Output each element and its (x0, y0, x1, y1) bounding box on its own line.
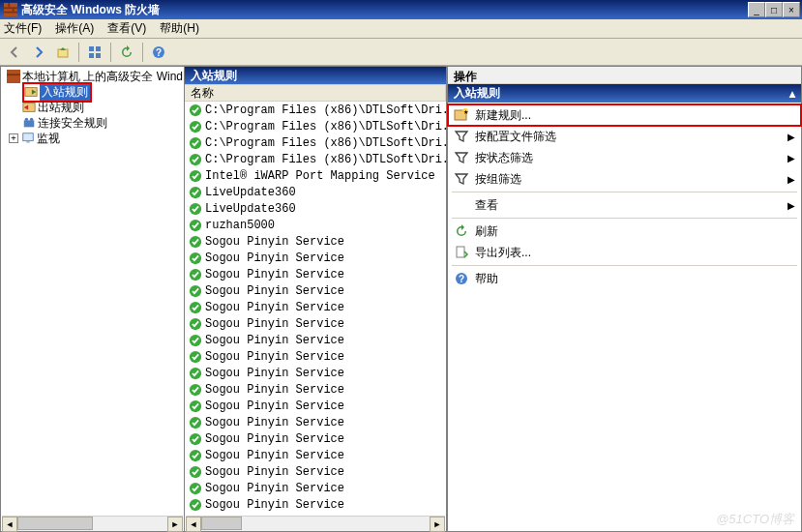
allow-icon (189, 301, 202, 314)
tree-outbound[interactable]: 出站规则 (3, 100, 184, 115)
new-rule-icon: ★ (454, 107, 469, 123)
svg-rect-20 (26, 142, 30, 143)
svg-point-18 (30, 118, 34, 122)
view-button[interactable] (84, 42, 105, 63)
tree-hscroll[interactable]: ◄ ► (2, 516, 183, 531)
scroll-right-button[interactable]: ► (167, 517, 183, 532)
action-filter-group-label: 按组筛选 (475, 171, 521, 188)
rule-row[interactable]: C:\Program Files (x86)\DTLSoft\Dri... (185, 102, 446, 118)
menu-bar: 文件(F) 操作(A) 查看(V) 帮助(H) (0, 19, 802, 39)
rules-header: 入站规则 (185, 67, 446, 84)
rule-row[interactable]: Sogou Pinyin Service (185, 414, 446, 430)
rule-row[interactable]: LiveUpdate360 (185, 200, 446, 217)
close-button[interactable]: × (783, 2, 800, 17)
allow-icon (189, 449, 202, 462)
action-refresh[interactable]: 刷新 (448, 221, 801, 242)
action-help[interactable]: ? 帮助 (448, 268, 801, 289)
rule-row[interactable]: Sogou Pinyin Service (185, 496, 446, 513)
tree-monitor[interactable]: + 监视 (3, 131, 184, 146)
actions-subheader: 入站规则 ▴ (448, 84, 801, 103)
minimize-button[interactable]: _ (748, 2, 765, 17)
svg-rect-8 (89, 53, 94, 58)
scroll-right-button[interactable]: ► (430, 517, 445, 532)
tree-outbound-label: 出站规则 (38, 100, 84, 116)
allow-icon (189, 432, 202, 446)
back-button[interactable] (4, 42, 25, 63)
rules-hscroll[interactable]: ◄ ► (186, 516, 445, 531)
rule-row[interactable]: Sogou Pinyin Service (185, 233, 446, 250)
tree-connsec[interactable]: 连接安全规则 (3, 115, 184, 131)
rule-row[interactable]: C:\Program Files (x86)\DTLSoft\Dri... (185, 151, 446, 167)
allow-icon (189, 284, 202, 298)
action-export[interactable]: 导出列表... (448, 242, 801, 263)
rule-name: Sogou Pinyin Service (205, 251, 344, 265)
collapse-icon[interactable]: ▴ (789, 87, 795, 101)
tree-monitor-label: 监视 (37, 131, 60, 147)
allow-icon (189, 383, 202, 397)
rule-row[interactable]: Sogou Pinyin Service (185, 332, 446, 348)
rule-row[interactable]: Sogou Pinyin Service (185, 250, 446, 266)
refresh-button[interactable] (116, 42, 137, 63)
allow-icon (189, 350, 202, 364)
rule-name: Sogou Pinyin Service (205, 284, 344, 298)
rule-row[interactable]: Sogou Pinyin Service (185, 266, 446, 282)
rules-list[interactable]: C:\Program Files (x86)\DTLSoft\Dri...C:\… (185, 102, 446, 531)
action-new-rule[interactable]: ★ 新建规则... (448, 104, 801, 126)
rule-row[interactable]: Sogou Pinyin Service (185, 398, 446, 414)
scroll-left-button[interactable]: ◄ (186, 517, 201, 532)
up-button[interactable] (52, 42, 74, 63)
rule-row[interactable]: Intel® iWARP Port Mapping Service (185, 167, 446, 184)
allow-icon (189, 202, 202, 216)
rule-row[interactable]: Sogou Pinyin Service (185, 348, 446, 365)
title-bar: 高级安全 Windows 防火墙 _ □ × (0, 0, 802, 19)
menu-action[interactable]: 操作(A) (55, 20, 94, 37)
allow-icon (189, 120, 202, 133)
rule-row[interactable]: ruzhan5000 (185, 217, 446, 233)
allow-icon (189, 482, 202, 495)
tree-connsec-label: 连接安全规则 (38, 115, 107, 132)
allow-icon (189, 268, 202, 281)
rule-row[interactable]: Sogou Pinyin Service (185, 299, 446, 315)
help-button[interactable]: ? (148, 42, 169, 63)
rule-row[interactable]: LiveUpdate360 (185, 184, 446, 200)
allow-icon (189, 251, 202, 265)
rule-row[interactable]: Sogou Pinyin Service (185, 282, 446, 299)
rule-row[interactable]: Sogou Pinyin Service (185, 447, 446, 463)
rule-name: C:\Program Files (x86)\DTLSoft\Dri... (205, 153, 446, 166)
maximize-button[interactable]: □ (765, 2, 783, 17)
rule-row[interactable]: Sogou Pinyin Service (185, 315, 446, 332)
expand-icon[interactable]: + (9, 133, 18, 143)
rule-row[interactable]: Sogou Pinyin Service (185, 381, 446, 398)
action-filter-state-label: 按状态筛选 (475, 150, 533, 166)
svg-point-17 (25, 118, 29, 122)
svg-rect-0 (4, 3, 17, 16)
rule-row[interactable]: Sogou Pinyin Service (185, 463, 446, 480)
svg-rect-49 (457, 247, 464, 257)
allow-icon (189, 136, 202, 150)
svg-rect-12 (7, 70, 20, 83)
rule-name: Sogou Pinyin Service (205, 350, 344, 364)
svg-text:?: ? (459, 274, 464, 284)
action-filter-group[interactable]: 按组筛选 ▶ (448, 168, 801, 190)
action-filter-state[interactable]: 按状态筛选 ▶ (448, 147, 801, 168)
rule-row[interactable]: C:\Program Files (x86)\DTLSoft\Dri... (185, 134, 446, 151)
menu-view[interactable]: 查看(V) (107, 20, 146, 37)
nav-tree: 本地计算机 上的高级安全 Wind 入站规则 出站规则 连接安全规则 + 监视 (1, 67, 184, 146)
rule-row[interactable]: Sogou Pinyin Service (185, 365, 446, 381)
monitor-icon (21, 132, 35, 145)
rule-row[interactable]: Sogou Pinyin Service (185, 480, 446, 496)
rule-row[interactable]: C:\Program Files (x86)\DTLSoft\Dri... (185, 118, 446, 134)
rule-row[interactable]: Sogou Pinyin Service (185, 430, 446, 447)
tree-inbound[interactable]: 入站规则 (3, 84, 184, 100)
rule-name: C:\Program Files (x86)\DTLSoft\Dri... (205, 120, 446, 133)
action-view[interactable]: 查看 ▶ (448, 194, 801, 216)
rules-panel: 入站规则 名称 C:\Program Files (x86)\DTLSoft\D… (184, 66, 447, 532)
rule-name: Sogou Pinyin Service (205, 482, 344, 495)
menu-file[interactable]: 文件(F) (4, 20, 42, 37)
forward-button[interactable] (28, 42, 49, 63)
menu-help[interactable]: 帮助(H) (160, 20, 199, 37)
action-filter-profile[interactable]: 按配置文件筛选 ▶ (448, 126, 801, 147)
col-name[interactable]: 名称 (185, 85, 446, 101)
svg-rect-6 (89, 46, 94, 51)
scroll-left-button[interactable]: ◄ (2, 517, 17, 532)
